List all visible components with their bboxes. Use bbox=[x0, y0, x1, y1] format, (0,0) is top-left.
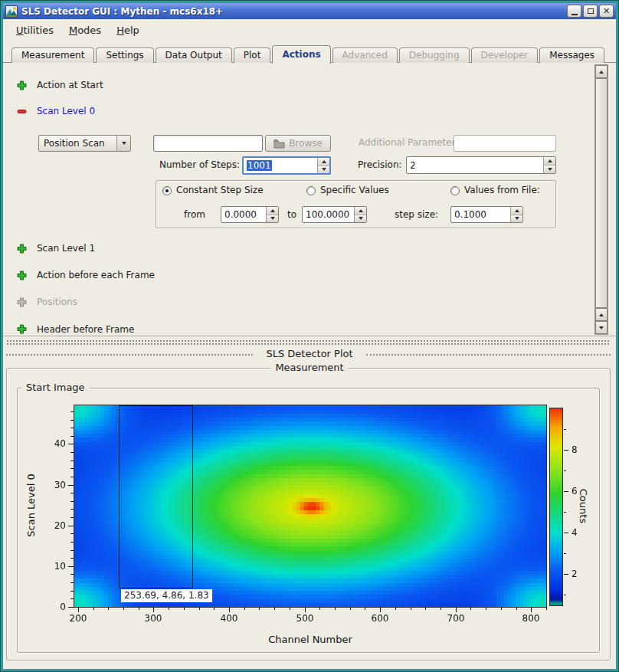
scan-script-input[interactable] bbox=[153, 135, 263, 152]
from-field[interactable]: 0.0000 bbox=[221, 207, 266, 222]
spin-buttons bbox=[510, 207, 522, 222]
scan-mode-value: Position Scan bbox=[39, 138, 116, 149]
arrow-down-icon bbox=[515, 217, 519, 220]
spin-up-button[interactable] bbox=[355, 207, 366, 215]
scroll-down-button[interactable] bbox=[595, 321, 608, 334]
arrow-up-icon bbox=[322, 160, 326, 163]
tab-measurement[interactable]: Measurement bbox=[11, 48, 94, 63]
plus-icon bbox=[17, 244, 27, 254]
header-before-frame-label: Header before Frame bbox=[37, 324, 134, 336]
scroll-up-button[interactable] bbox=[595, 65, 608, 78]
arrow-down-icon bbox=[270, 217, 275, 220]
expand-header-before-frame-button[interactable] bbox=[17, 324, 27, 334]
zoom-rubberband[interactable] bbox=[119, 405, 193, 588]
plus-icon bbox=[17, 270, 27, 280]
window-title: SLS Detector GUI : Mythen - mcs6x18+ bbox=[21, 6, 563, 17]
arrow-up-icon bbox=[515, 209, 519, 212]
colorbar-title: Counts bbox=[578, 484, 589, 529]
step-size-spinbox[interactable]: 0.1000 bbox=[450, 206, 523, 223]
values-from-file-radio[interactable] bbox=[450, 186, 460, 195]
arrow-up-icon bbox=[270, 209, 275, 212]
tab-actions[interactable]: Actions bbox=[272, 45, 330, 64]
window-controls: ✕ bbox=[567, 5, 614, 18]
to-field[interactable]: 100.0000 bbox=[303, 207, 354, 222]
spin-down-button[interactable] bbox=[544, 165, 555, 173]
step-size-label: step size: bbox=[395, 209, 438, 221]
scan-level-1-label: Scan Level 1 bbox=[37, 243, 95, 254]
step-size-field[interactable]: 0.1000 bbox=[451, 207, 510, 222]
spin-up-button[interactable] bbox=[511, 207, 522, 215]
spin-buttons bbox=[317, 158, 329, 173]
specific-values-label[interactable]: Specific Values bbox=[320, 185, 389, 196]
menu-bar: Utilities Modes Help bbox=[3, 19, 616, 41]
selected-text: 1001 bbox=[247, 160, 272, 171]
number-of-steps-spinbox[interactable]: 1001 bbox=[242, 156, 331, 175]
number-of-steps-field[interactable]: 1001 bbox=[244, 158, 317, 173]
minus-icon bbox=[17, 107, 27, 116]
constant-step-size-label[interactable]: Constant Step Size bbox=[176, 185, 264, 196]
constant-step-size-radio[interactable] bbox=[162, 186, 172, 195]
close-button[interactable]: ✕ bbox=[599, 5, 614, 18]
minimize-icon bbox=[572, 14, 578, 15]
chevron-down-icon bbox=[122, 142, 126, 145]
cursor-readout: 253.69, 4.86, 1.83 bbox=[121, 589, 212, 602]
from-label: from bbox=[184, 209, 205, 221]
menu-utilities[interactable]: Utilities bbox=[9, 22, 61, 38]
spin-down-button[interactable] bbox=[511, 215, 522, 223]
spin-up-button[interactable] bbox=[544, 157, 555, 165]
menu-help[interactable]: Help bbox=[110, 22, 146, 38]
expand-positions-button bbox=[17, 297, 27, 307]
additional-parameter-label: Additional Parameter: bbox=[359, 137, 450, 149]
spin-buttons bbox=[354, 207, 366, 222]
tab-developer: Developer bbox=[471, 48, 539, 63]
additional-parameter-input bbox=[454, 135, 556, 152]
arrow-up-icon bbox=[599, 70, 604, 74]
menu-modes[interactable]: Modes bbox=[62, 22, 108, 38]
dock-title-rule-right bbox=[366, 354, 611, 356]
collapse-scan-level-0-button[interactable] bbox=[17, 107, 27, 116]
tab-debugging: Debugging bbox=[399, 48, 470, 63]
arrow-down-icon bbox=[322, 168, 326, 171]
maximize-button[interactable] bbox=[583, 5, 598, 18]
spin-down-button[interactable] bbox=[267, 215, 278, 223]
panel-divider bbox=[3, 336, 616, 336]
plus-icon-disabled bbox=[17, 297, 27, 307]
expand-scan-level-1-button[interactable] bbox=[17, 244, 27, 254]
tab-messages[interactable]: Messages bbox=[539, 48, 604, 63]
scroll-up-button-2[interactable] bbox=[595, 308, 608, 321]
browse-label: Browse bbox=[289, 138, 323, 149]
scan-level-0-label[interactable]: Scan Level 0 bbox=[37, 106, 95, 117]
tab-settings[interactable]: Settings bbox=[96, 48, 153, 63]
y-axis-title: Scan Level 0 bbox=[25, 460, 37, 552]
from-spinbox[interactable]: 0.0000 bbox=[221, 206, 279, 223]
tab-advanced: Advanced bbox=[332, 48, 398, 63]
tab-data-output[interactable]: Data Output bbox=[156, 48, 232, 63]
scrollbar-thumb[interactable] bbox=[595, 78, 608, 308]
spin-down-button[interactable] bbox=[355, 215, 366, 223]
spin-up-button[interactable] bbox=[318, 158, 329, 166]
minimize-button[interactable] bbox=[567, 5, 581, 18]
actions-panel-scrollbar[interactable] bbox=[594, 64, 608, 335]
expand-action-at-start-button[interactable] bbox=[17, 80, 27, 90]
values-from-file-label[interactable]: Values from File: bbox=[464, 185, 540, 196]
specific-values-radio[interactable] bbox=[306, 186, 316, 195]
spin-up-button[interactable] bbox=[267, 207, 278, 215]
precision-label: Precision: bbox=[358, 159, 402, 171]
to-label: to bbox=[287, 209, 296, 221]
plus-icon bbox=[17, 80, 27, 90]
to-spinbox[interactable]: 100.0000 bbox=[302, 206, 367, 223]
tab-plot[interactable]: Plot bbox=[234, 48, 271, 63]
spin-down-button[interactable] bbox=[318, 166, 329, 174]
spin-buttons bbox=[266, 207, 278, 222]
splitter-handle[interactable] bbox=[6, 339, 611, 346]
number-of-steps-label: Number of Steps: bbox=[157, 159, 240, 171]
arrow-up-icon bbox=[359, 209, 363, 212]
arrow-down-icon bbox=[599, 326, 604, 329]
precision-spinbox[interactable]: 2 bbox=[406, 156, 556, 174]
scan-mode-combobox[interactable]: Position Scan bbox=[38, 135, 131, 152]
expand-action-before-frame-button[interactable] bbox=[17, 270, 27, 280]
combo-dropdown-button[interactable] bbox=[116, 136, 130, 151]
title-bar[interactable]: SLS Detector GUI : Mythen - mcs6x18+ ✕ bbox=[3, 3, 616, 19]
precision-field[interactable]: 2 bbox=[407, 157, 543, 173]
close-icon: ✕ bbox=[603, 8, 610, 15]
